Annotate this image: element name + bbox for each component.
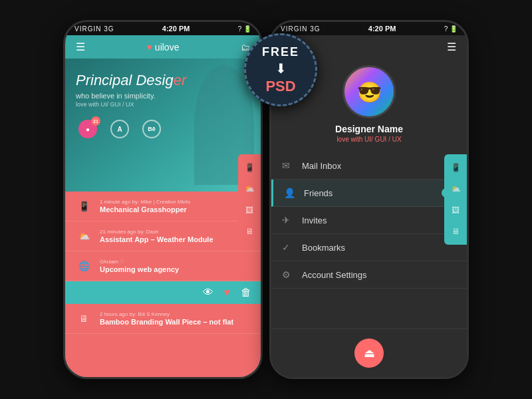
side-icons-right: 📱 ⛅ 🖼 🖥	[444, 154, 467, 245]
feed-item-3[interactable]: 🌐 Ghulam ♡ Upcoming web agency	[65, 251, 261, 281]
menu-item-invites[interactable]: ✈ Invites 1	[271, 207, 467, 234]
side-icon-r-cloud[interactable]: ⛅	[448, 181, 464, 197]
carrier-right: VIRGIN 3G	[281, 25, 321, 33]
hamburger-icon-left[interactable]: ☰	[76, 41, 85, 53]
psd-text: PSD	[265, 78, 295, 95]
battery-right: ? 🔋	[444, 25, 458, 33]
social-icons: ● 21 A Bē	[65, 114, 261, 144]
hero-love: love with UI/ GUI / UX	[76, 101, 250, 108]
invites-icon: ✈	[282, 215, 302, 225]
invites-label: Invites	[302, 215, 445, 225]
side-icon-r-image[interactable]: 🖼	[448, 202, 464, 218]
logo-text: uilove	[155, 42, 180, 53]
side-icon-phone[interactable]: 📱	[241, 160, 257, 176]
settings-icon: ⚙	[282, 269, 302, 280]
menu-item-account-settings[interactable]: ⚙ Account Settings	[271, 261, 467, 289]
bottom-section: ⏏	[271, 329, 467, 377]
feed-item-actions: 👁 ♥ 🗑	[65, 281, 261, 304]
menu-item-bookmarks[interactable]: ✓ Bookmarks	[271, 234, 467, 261]
side-icon-image[interactable]: 🖼	[241, 202, 257, 218]
nav-bar-left: ☰ ♥ uilove 🗂	[65, 35, 261, 59]
friends-icon: 👤	[284, 188, 304, 198]
feed-title-3: Upcoming web agency	[100, 265, 251, 273]
feed-meta-3: Ghulam ♡	[100, 259, 251, 265]
side-icon-r-monitor[interactable]: 🖥	[448, 223, 464, 239]
feed-icon-4: 🖥	[74, 309, 93, 328]
hero-title: Principal Desiger	[76, 72, 250, 89]
menu-item-mail[interactable]: ✉ Mail Inbox 5	[271, 152, 467, 180]
friends-label: Friends	[304, 188, 442, 198]
feed-title-1: Mechanical Grasshopper	[100, 205, 251, 213]
feed-content-1: 1 minute ago by: Mike | Creative Mints M…	[100, 199, 251, 213]
dribbble-wrap[interactable]: ● 21	[78, 120, 97, 138]
bookmarks-icon: ✓	[282, 242, 302, 253]
hero-text: Principal Desiger who believe in simplic…	[65, 59, 261, 114]
hero-title-highlight: er	[174, 72, 187, 88]
heart-icon: ♥	[147, 42, 152, 53]
eject-icon: ⏏	[364, 346, 375, 360]
side-icon-monitor[interactable]: 🖥	[241, 223, 257, 239]
bookmarks-label: Bookmarks	[302, 243, 456, 253]
status-bar-left: VIRGIN 3G 4:20 PM ? 🔋	[65, 22, 261, 35]
trash-button[interactable]: 🗑	[241, 287, 251, 299]
account-settings-label: Account Settings	[302, 270, 456, 280]
heart-button[interactable]: ♥	[224, 287, 231, 299]
feed-item-1[interactable]: 📱 1 minute ago by: Mike | Creative Mints…	[65, 192, 261, 221]
side-icon-cloud[interactable]: ⛅	[241, 181, 257, 197]
feed-meta-1: 1 minute ago by: Mike | Creative Mints	[100, 199, 251, 205]
carrier-left: VIRGIN 3G	[74, 25, 114, 33]
feed-item-2[interactable]: ⛅ 21 minutes ago by: Dash Assistant App …	[65, 221, 261, 251]
side-icon-r-phone[interactable]: 📱	[448, 160, 464, 176]
feed-icon-1: 📱	[74, 197, 93, 215]
avatar: 😎	[342, 65, 396, 118]
time-left: 4:20 PM	[162, 25, 190, 33]
profile-tagline: love with UI/ GUI / UX	[336, 136, 401, 143]
feed-icon-2: ⛅	[74, 227, 93, 245]
profile-name: Designer Name	[335, 124, 403, 134]
feed-content-2: 21 minutes ago by: Dash Assistant App – …	[100, 229, 251, 243]
feed-icon-3: 🌐	[74, 257, 93, 275]
feed-title-2: Assistant App – Weather Module	[100, 235, 251, 243]
feed-item-4[interactable]: 🖥 2 hours ago by: Bill S Kenney Bamboo B…	[65, 304, 261, 334]
download-arrow: ⬇	[275, 61, 287, 76]
app-content-left: ☰ ♥ uilove 🗂 Principal Desiger who belie…	[65, 35, 261, 377]
free-psd-badge: FREE ⬇ PSD	[244, 33, 317, 106]
battery-left: ? 🔋	[238, 25, 251, 33]
mail-label: Mail Inbox	[302, 161, 445, 171]
menu-item-friends[interactable]: 👤 Friends 25	[271, 180, 467, 207]
feed-section: 📱 1 minute ago by: Mike | Creative Mints…	[65, 192, 261, 377]
eject-button[interactable]: ⏏	[354, 338, 384, 368]
phone-left: VIRGIN 3G 4:20 PM ? 🔋 ☰ ♥ uilove 🗂	[63, 20, 263, 379]
eye-button[interactable]: 👁	[203, 287, 213, 299]
hamburger-icon-right[interactable]: ☰	[447, 41, 456, 53]
feed-meta-2: 21 minutes ago by: Dash	[100, 229, 251, 235]
feed-content-3: Ghulam ♡ Upcoming web agency	[100, 259, 251, 273]
menu-list: ✉ Mail Inbox 5 👤 Friends 25 ✈ Invites 1 …	[271, 152, 467, 329]
app-container: VIRGIN 3G 4:20 PM ? 🔋 ☰ ♥ uilove 🗂	[0, 0, 532, 399]
mail-icon: ✉	[282, 160, 302, 171]
status-bar-right: VIRGIN 3G 4:20 PM ? 🔋	[271, 22, 467, 35]
dribbble-badge: 21	[91, 116, 100, 126]
feed-content-4: 2 hours ago by: Bill S Kenney Bamboo Bra…	[100, 311, 251, 326]
time-right: 4:20 PM	[368, 25, 396, 33]
behance-icon[interactable]: Bē	[142, 120, 161, 138]
side-icons-left: 📱 ⛅ 🖼 🖥	[238, 154, 261, 245]
free-text: FREE	[262, 45, 299, 59]
hero-section: Principal Desiger who believe in simplic…	[65, 59, 261, 192]
feed-title-4: Bamboo Branding Wall Piece – not flat	[100, 318, 251, 326]
avatar-emoji: 😎	[357, 80, 382, 104]
hero-subtitle: who believe in simplicity.	[76, 92, 250, 100]
feed-meta-4: 2 hours ago by: Bill S Kenney	[100, 311, 251, 317]
typo-icon[interactable]: A	[110, 120, 129, 138]
logo-left: ♥ uilove	[147, 42, 180, 53]
hero-title-text: Principal Desig	[76, 72, 174, 88]
